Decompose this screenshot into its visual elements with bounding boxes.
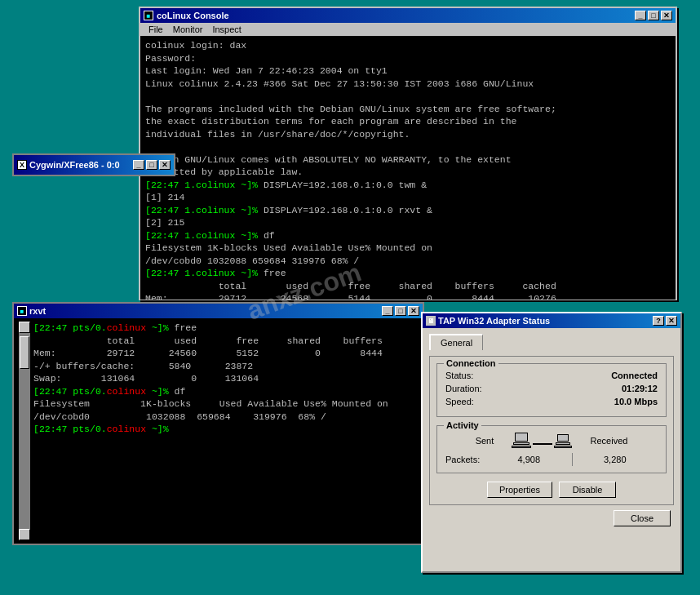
speed-value: 10.0 Mbps bbox=[614, 397, 658, 406]
rxvt-content: [22:47 pts/0.colinux ~]% free total used… bbox=[33, 322, 388, 434]
cygwin-maximize-button[interactable]: □ bbox=[146, 160, 157, 170]
duration-value: 01:29:12 bbox=[622, 384, 658, 393]
colinux-console-window: ■ coLinux Console _ □ ✕ File Monitor Ins… bbox=[139, 7, 677, 300]
tap-title-text: TAP Win32 Adapter Status bbox=[438, 316, 550, 326]
colinux-terminal[interactable]: colinux login: daxPassword:Last login: W… bbox=[140, 36, 676, 300]
cygwin-title-text: Cygwin/XFree86 - 0:0 bbox=[29, 160, 120, 170]
menu-monitor[interactable]: Monitor bbox=[168, 24, 208, 35]
properties-button[interactable]: Properties bbox=[487, 482, 552, 498]
tab-general[interactable]: General bbox=[429, 334, 483, 350]
status-row: Status: Connected bbox=[445, 371, 658, 380]
scroll-up-button[interactable]: ▲ bbox=[19, 322, 30, 333]
sent-network-label: Sent bbox=[476, 436, 494, 446]
tap-help-button[interactable]: ? bbox=[653, 316, 664, 326]
action-buttons: Properties Disable bbox=[436, 482, 667, 498]
menu-inspect[interactable]: Inspect bbox=[207, 24, 246, 35]
colinux-title-icon: ■ bbox=[144, 11, 153, 20]
tab-bar: General bbox=[429, 333, 674, 349]
rxvt-close-button[interactable]: ✕ bbox=[408, 306, 419, 316]
speed-label: Speed: bbox=[445, 397, 474, 406]
packets-label: Packets: bbox=[445, 455, 486, 464]
scroll-thumb[interactable] bbox=[20, 336, 29, 369]
cygwin-titlebar: X Cygwin/XFree86 - 0:0 _ □ ✕ bbox=[14, 155, 174, 175]
rxvt-minimize-button[interactable]: _ bbox=[382, 306, 393, 316]
cygwin-x-icon: X bbox=[17, 160, 27, 170]
rxvt-window: ■ rxvt _ □ ✕ ▲ ▼ [22:47 pts/0.colinux ~]… bbox=[12, 302, 424, 545]
colinux-title-text: coLinux Console bbox=[157, 11, 229, 20]
cygwin-window: X Cygwin/XFree86 - 0:0 _ □ ✕ bbox=[12, 153, 175, 176]
close-button[interactable]: Close bbox=[614, 510, 671, 526]
tap-title-icon: 🖥 bbox=[426, 316, 436, 326]
activity-label: Activity bbox=[444, 420, 481, 430]
connection-section: Connection Status: Connected Duration: 0… bbox=[436, 363, 667, 417]
status-label: Status: bbox=[445, 371, 473, 380]
tap-window: 🖥 TAP Win32 Adapter Status ? ✕ General C… bbox=[421, 312, 682, 573]
tap-content: Connection Status: Connected Duration: 0… bbox=[429, 356, 674, 505]
duration-label: Duration: bbox=[445, 384, 482, 393]
rxvt-maximize-button[interactable]: □ bbox=[395, 306, 406, 316]
packets-received-value: 3,280 bbox=[573, 455, 658, 464]
colinux-titlebar: ■ coLinux Console _ □ ✕ bbox=[140, 8, 676, 23]
network-icon-row: Sent bbox=[445, 433, 658, 448]
rxvt-titlebar: ■ rxvt _ □ ✕ bbox=[14, 304, 423, 318]
close-btn-row: Close bbox=[429, 510, 674, 526]
tap-titlebar: 🖥 TAP Win32 Adapter Status ? ✕ bbox=[423, 313, 680, 328]
minimize-button[interactable]: _ bbox=[635, 11, 646, 20]
packets-sent-value: 4,908 bbox=[486, 455, 572, 464]
menu-file[interactable]: File bbox=[144, 24, 168, 35]
close-button[interactable]: ✕ bbox=[661, 11, 672, 20]
tap-close-button[interactable]: ✕ bbox=[666, 316, 677, 326]
rxvt-terminal-body[interactable]: ▲ ▼ [22:47 pts/0.colinux ~]% free total … bbox=[14, 318, 423, 544]
tap-body: General Connection Status: Connected Dur… bbox=[423, 328, 680, 531]
cygwin-close-button[interactable]: ✕ bbox=[159, 160, 171, 170]
packets-row: Packets: 4,908 3,280 bbox=[445, 453, 658, 466]
maximize-button[interactable]: □ bbox=[648, 11, 659, 20]
speed-row: Speed: 10.0 Mbps bbox=[445, 397, 658, 406]
network-computers-icon bbox=[512, 433, 572, 448]
scroll-down-button[interactable]: ▼ bbox=[19, 529, 30, 540]
rxvt-terminal[interactable]: [22:47 pts/0.colinux ~]% free total used… bbox=[30, 322, 418, 540]
rxvt-icon: ■ bbox=[17, 306, 27, 316]
status-value: Connected bbox=[611, 371, 658, 380]
duration-row: Duration: 01:29:12 bbox=[445, 384, 658, 393]
activity-section: Activity Sent bbox=[436, 425, 667, 473]
cygwin-minimize-button[interactable]: _ bbox=[133, 160, 144, 170]
received-network-label: Received bbox=[591, 436, 628, 446]
rxvt-title-text: rxvt bbox=[29, 306, 46, 316]
colinux-menubar: File Monitor Inspect bbox=[140, 23, 676, 36]
terminal-line-1: colinux login: daxPassword:Last login: W… bbox=[145, 40, 556, 300]
disable-button[interactable]: Disable bbox=[559, 482, 616, 498]
rxvt-scrollbar[interactable]: ▲ ▼ bbox=[19, 322, 30, 540]
connection-label: Connection bbox=[444, 358, 498, 368]
